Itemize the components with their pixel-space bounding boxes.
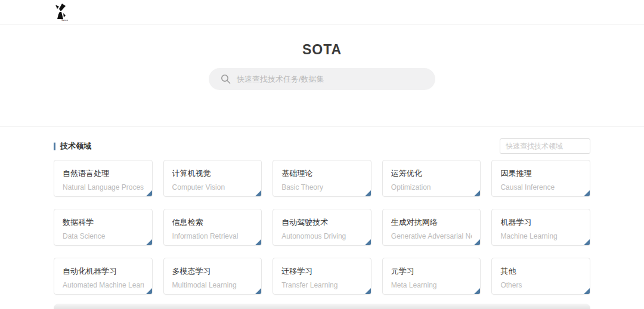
tech-field-card[interactable]: 因果推理 Causal Inference <box>491 160 590 197</box>
corner-fold-icon <box>145 239 153 246</box>
accent-bar <box>54 143 55 150</box>
corner-fold-icon <box>145 190 153 197</box>
hero-section: SOTA <box>0 24 644 126</box>
tech-field-card[interactable]: 信息检索 Information Retrieval <box>163 209 262 246</box>
card-title: 其他 <box>500 266 581 277</box>
tech-field-card[interactable]: 基础理论 Basic Theory <box>273 160 371 197</box>
card-title: 自动驾驶技术 <box>281 217 363 228</box>
corner-fold-icon <box>473 190 481 197</box>
tech-field-card[interactable]: 计算机视觉 Computer Vision <box>163 160 262 197</box>
card-subtitle: Transfer Learning <box>281 281 363 289</box>
card-subtitle: Meta Learning <box>391 281 472 289</box>
content-container: 技术领域 自然语言处理 Natural Language Process... … <box>54 138 590 309</box>
tech-field-card[interactable]: 元学习 Meta Learning <box>382 258 481 295</box>
card-title: 生成对抗网络 <box>391 217 472 228</box>
card-title: 计算机视觉 <box>172 168 253 179</box>
tech-field-card[interactable]: 迁移学习 Transfer Learning <box>273 258 371 295</box>
section-title-group: 技术领域 <box>54 141 91 152</box>
card-subtitle: Others <box>500 281 581 289</box>
corner-fold-icon <box>364 288 371 295</box>
section-title: 技术领域 <box>60 141 91 152</box>
card-title: 数据科学 <box>63 217 144 228</box>
tech-field-card[interactable]: 自然语言处理 Natural Language Process... <box>54 160 153 197</box>
corner-fold-icon <box>473 288 481 295</box>
card-title: 运筹优化 <box>391 168 472 179</box>
card-subtitle: Automated Machine Learn... <box>63 281 144 289</box>
corner-fold-icon <box>364 190 371 197</box>
card-subtitle: Optimization <box>391 183 472 191</box>
card-title: 信息检索 <box>172 217 253 228</box>
corner-fold-icon <box>583 190 590 197</box>
main-search-bar[interactable] <box>209 68 435 90</box>
corner-fold-icon <box>255 190 262 197</box>
tech-field-card[interactable]: 运筹优化 Optimization <box>382 160 481 197</box>
tech-field-card[interactable]: 数据科学 Data Science <box>54 209 153 246</box>
card-title: 机器学习 <box>500 217 581 228</box>
page-title: SOTA <box>0 42 644 58</box>
synced-logo-icon[interactable]: Synced <box>54 3 68 21</box>
corner-fold-icon <box>583 288 590 295</box>
svg-text:Synced: Synced <box>61 18 68 21</box>
tech-fields-grid: 自然语言处理 Natural Language Process... 计算机视觉… <box>54 160 590 295</box>
next-section-edge <box>54 304 590 309</box>
top-navbar: Synced <box>0 0 644 24</box>
card-subtitle: Autonomous Driving <box>281 232 363 240</box>
tech-field-card[interactable]: 自动化机器学习 Automated Machine Learn... <box>54 258 153 295</box>
search-icon <box>221 74 231 84</box>
card-subtitle: Computer Vision <box>172 183 253 191</box>
card-subtitle: Basic Theory <box>281 183 363 191</box>
card-title: 基础理论 <box>281 168 363 179</box>
corner-fold-icon <box>255 288 262 295</box>
card-title: 自然语言处理 <box>63 168 144 179</box>
corner-fold-icon <box>473 239 481 246</box>
tech-field-card[interactable]: 自动驾驶技术 Autonomous Driving <box>273 209 371 246</box>
card-title: 多模态学习 <box>172 266 253 277</box>
card-subtitle: Data Science <box>63 232 144 240</box>
field-filter-input[interactable] <box>500 138 590 154</box>
card-title: 因果推理 <box>500 168 581 179</box>
corner-fold-icon <box>583 239 590 246</box>
card-title: 自动化机器学习 <box>63 266 144 277</box>
corner-fold-icon <box>255 239 262 246</box>
tech-field-card[interactable]: 生成对抗网络 Generative Adversarial Ne... <box>382 209 481 246</box>
card-title: 元学习 <box>391 266 472 277</box>
corner-fold-icon <box>364 239 371 246</box>
card-subtitle: Information Retrieval <box>172 232 253 240</box>
tech-field-card[interactable]: 其他 Others <box>491 258 590 295</box>
section-header: 技术领域 <box>54 138 590 154</box>
card-subtitle: Natural Language Process... <box>63 183 144 191</box>
card-subtitle: Multimodal Learning <box>172 281 253 289</box>
card-subtitle: Causal Inference <box>500 183 581 191</box>
corner-fold-icon <box>145 288 153 295</box>
main-search-input[interactable] <box>237 75 426 84</box>
card-subtitle: Machine Learning <box>500 232 581 240</box>
card-title: 迁移学习 <box>281 266 363 277</box>
card-subtitle: Generative Adversarial Ne... <box>391 232 472 240</box>
tech-field-card[interactable]: 机器学习 Machine Learning <box>491 209 590 246</box>
tech-field-card[interactable]: 多模态学习 Multimodal Learning <box>163 258 262 295</box>
